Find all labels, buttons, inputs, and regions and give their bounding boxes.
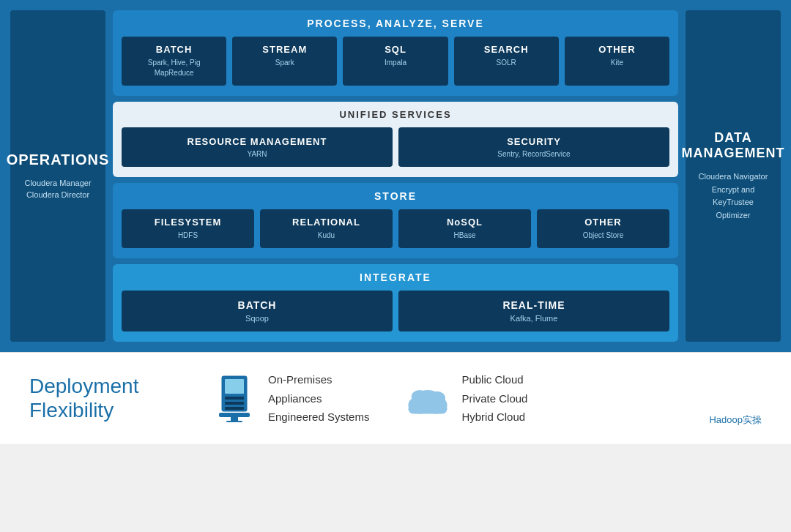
other-process-title: OTHER [573,44,661,55]
integrate-section: INTEGRATE BATCH Sqoop REAL-TIME Kafka, F… [113,264,678,342]
svg-rect-1 [225,379,244,394]
security-title: SECURITY [410,136,658,147]
filesystem-sub: HDFS [130,231,245,241]
unified-label: UNIFIED SERVICES [122,109,669,120]
svg-rect-13 [409,404,448,414]
realtime-card: REAL-TIME Kafka, Flume [398,291,669,331]
security-card: SECURITY Sentry, RecordService [398,127,669,167]
relational-title: RELATIONAL [269,217,384,228]
batch-title: BATCH [130,44,218,55]
nosql-title: NoSQL [407,217,522,228]
right-sidebar: DATAMANAGEMENT Cloudera NavigatorEncrypt… [686,10,781,342]
sql-card: SQL Impala [343,37,448,86]
integrate-label: INTEGRATE [122,271,669,283]
stream-card: STREAM Spark [232,37,337,86]
server-icon [212,372,256,424]
on-premises-item: On-PremisesAppliancesEngineered Systems [212,370,369,427]
unified-cards: RESOURCE MANAGEMENT YARN SECURITY Sentry… [122,127,669,167]
svg-point-11 [412,390,428,404]
sql-sub: Impala [352,58,439,68]
cloud-icon [406,372,450,424]
svg-rect-7 [226,421,242,422]
relational-sub: Kudu [269,231,384,241]
svg-rect-6 [231,417,238,421]
relational-card: RELATIONAL Kudu [260,209,393,248]
process-cards: BATCH Spark, Hive, PigMapReduce STREAM S… [122,37,669,86]
nosql-card: NoSQL HBase [398,209,531,248]
svg-rect-5 [219,413,250,417]
other-process-sub: Kite [573,58,661,68]
search-title: SEARCH [463,44,550,55]
search-card: SEARCH SOLR [454,37,559,86]
realtime-title: REAL-TIME [410,299,658,311]
diagram-section: OPERATIONS Cloudera Manager Cloudera Dir… [0,0,791,352]
unified-section: UNIFIED SERVICES RESOURCE MANAGEMENT YAR… [113,102,678,177]
left-sidebar: OPERATIONS Cloudera Manager Cloudera Dir… [10,10,105,342]
other-store-sub: Object Store [546,231,661,241]
batch-integrate-title: BATCH [133,299,381,311]
batch-integrate-sub: Sqoop [133,314,381,323]
operations-subtitle: Cloudera Manager Cloudera Director [24,177,91,201]
nosql-sub: HBase [407,231,522,241]
store-section: STORE FILESYSTEM HDFS RELATIONAL Kudu No… [113,183,678,258]
cloud-text: Public CloudPrivate CloudHybrid Cloud [461,370,527,427]
deployment-section: DeploymentFlexibility [0,352,791,444]
batch-sub: Spark, Hive, PigMapReduce [130,58,218,78]
batch-integrate-card: BATCH Sqoop [122,291,393,331]
batch-card: BATCH Spark, Hive, PigMapReduce [122,37,226,86]
resource-mgmt-card: RESOURCE MANAGEMENT YARN [122,127,393,167]
security-sub: Sentry, RecordService [410,150,658,158]
svg-point-12 [429,391,445,405]
other-process-card: OTHER Kite [565,37,669,86]
resource-mgmt-sub: YARN [133,150,381,158]
sql-title: SQL [352,44,439,55]
store-cards: FILESYSTEM HDFS RELATIONAL Kudu NoSQL HB… [122,209,669,248]
on-premises-text: On-PremisesAppliancesEngineered Systems [268,370,369,427]
main-container: OPERATIONS Cloudera Manager Cloudera Dir… [0,0,791,444]
svg-rect-4 [225,407,244,410]
integrate-cards: BATCH Sqoop REAL-TIME Kafka, Flume [122,291,669,331]
watermark: Hadoop实操 [709,413,762,427]
svg-rect-2 [225,397,244,400]
data-mgmt-title: DATAMANAGEMENT [682,130,785,162]
cloud-item: Public CloudPrivate CloudHybrid Cloud [406,370,527,427]
other-store-card: OTHER Object Store [537,209,669,248]
center-content: PROCESS, ANALYZE, SERVE BATCH Spark, Hiv… [113,10,678,342]
process-label: PROCESS, ANALYZE, SERVE [122,18,669,29]
realtime-sub: Kafka, Flume [410,314,658,323]
filesystem-title: FILESYSTEM [130,217,245,228]
deployment-title: DeploymentFlexibility [29,374,176,423]
search-sub: SOLR [463,58,550,68]
stream-title: STREAM [241,44,328,55]
operations-subtitle-text: Cloudera Manager Cloudera Director [24,179,91,200]
svg-rect-3 [225,402,244,405]
process-section: PROCESS, ANALYZE, SERVE BATCH Spark, Hiv… [113,10,678,96]
store-label: STORE [122,190,669,202]
other-store-title: OTHER [546,217,661,228]
resource-mgmt-title: RESOURCE MANAGEMENT [133,136,381,147]
operations-title: OPERATIONS [7,151,110,168]
filesystem-card: FILESYSTEM HDFS [122,209,254,248]
data-mgmt-subtitle: Cloudera NavigatorEncrypt and KeyTrustee… [694,171,772,222]
stream-sub: Spark [241,58,328,68]
